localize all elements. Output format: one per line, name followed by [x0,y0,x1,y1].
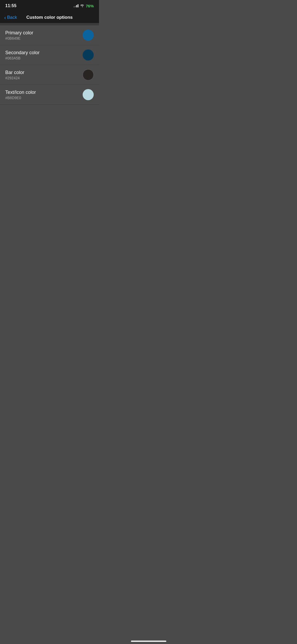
color-item-primary-color[interactable]: Primary color#0B649E [0,25,99,45]
color-swatch-secondary-color[interactable] [83,49,94,61]
color-name-text-icon-color: Text/Icon color [5,90,36,95]
empty-content-area [0,105,99,207]
back-label: Back [7,15,17,20]
status-time: 11:55 [5,3,16,8]
color-item-bar-color[interactable]: Bar color#292424 [0,65,99,85]
page-title: Custom color options [26,15,73,20]
nav-separator [0,23,99,25]
nav-bar: ‹ Back Custom color options [0,12,99,23]
battery-percentage: 76% [86,4,94,8]
signal-bar-3 [76,5,77,7]
color-hex-primary-color: #0B649E [5,36,33,40]
status-icons: 76% [74,4,94,8]
signal-bar-2 [75,6,76,7]
color-item-secondary-color[interactable]: Secondary color#063A5B [0,45,99,65]
color-info-secondary-color: Secondary color#063A5B [5,50,40,60]
color-hex-bar-color: #292424 [5,76,24,80]
color-name-primary-color: Primary color [5,30,33,36]
color-name-bar-color: Bar color [5,70,24,75]
signal-bars-icon [74,4,78,7]
signal-bar-1 [74,6,74,7]
back-button[interactable]: ‹ Back [4,15,17,20]
color-swatch-bar-color[interactable] [83,69,94,80]
color-info-bar-color: Bar color#292424 [5,70,24,80]
color-name-secondary-color: Secondary color [5,50,40,56]
color-swatch-primary-color[interactable] [83,30,94,41]
color-hex-secondary-color: #063A5B [5,56,40,60]
status-bar: 11:55 76% [0,0,99,12]
color-hex-text-icon-color: #B8D9E0 [5,96,36,100]
color-info-text-icon-color: Text/Icon color#B8D9E0 [5,90,36,100]
color-options-list: Primary color#0B649ESecondary color#063A… [0,25,99,105]
wifi-icon [80,4,84,7]
color-swatch-text-icon-color[interactable] [83,89,94,100]
color-item-text-icon-color[interactable]: Text/Icon color#B8D9E0 [0,85,99,105]
signal-bar-4 [78,4,78,7]
back-chevron-icon: ‹ [4,15,6,20]
color-info-primary-color: Primary color#0B649E [5,30,33,40]
